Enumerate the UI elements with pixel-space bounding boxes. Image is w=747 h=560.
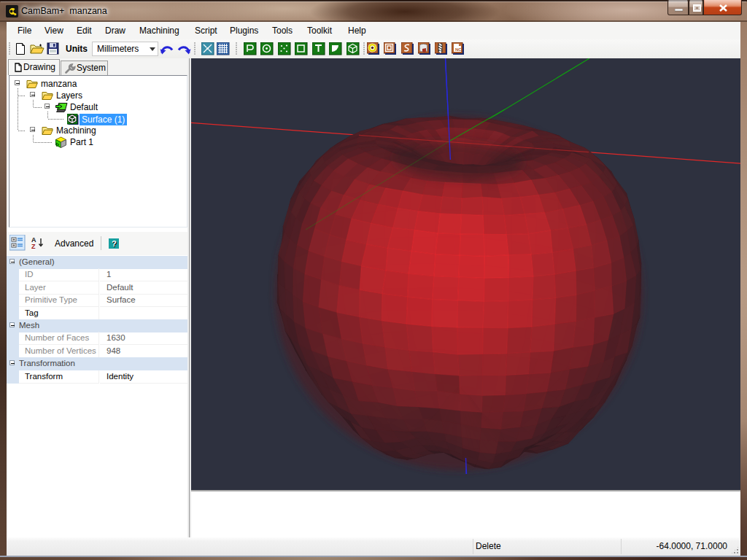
svg-text:NC: NC — [455, 47, 462, 52]
svg-text:?: ? — [112, 239, 117, 248]
svg-text:Z: Z — [31, 243, 36, 250]
